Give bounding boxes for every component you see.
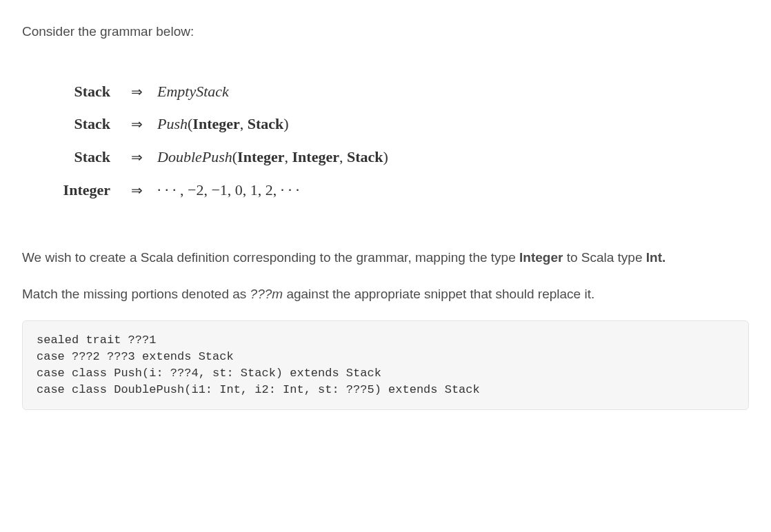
grammar-arrow: ⇒ <box>121 176 152 206</box>
comma: , <box>339 148 347 165</box>
paragraph-match: Match the missing portions denoted as ??… <box>22 285 749 305</box>
intro-text: Consider the grammar below: <box>22 22 749 42</box>
text: We wish to create a Scala definition cor… <box>22 250 519 265</box>
term-stack: Stack <box>347 148 383 165</box>
comma: , <box>285 148 292 165</box>
grammar-row: Integer ⇒ · · · , −2, −1, 0, 1, 2, · · · <box>41 174 749 207</box>
bold-integer: Integer <box>519 250 563 265</box>
term-doublepush: DoublePush <box>157 148 232 165</box>
text: to Scala type <box>563 250 645 265</box>
placeholder-em: ???m <box>250 287 283 301</box>
comma: , <box>240 115 248 132</box>
grammar-row: Stack ⇒ EmptyStack <box>41 75 749 108</box>
grammar-lhs: Stack <box>41 75 121 108</box>
code-block: sealed trait ???1 case ???2 ???3 extends… <box>22 320 749 409</box>
paren-close: ) <box>283 115 288 132</box>
term-integer: Integer <box>292 148 339 165</box>
grammar-row: Stack ⇒ Push(Integer, Stack) <box>41 108 749 141</box>
paren-open: ( <box>232 148 237 165</box>
grammar-rhs-integers: · · · , −2, −1, 0, 1, 2, · · · <box>152 174 299 207</box>
bold-int: Int. <box>646 250 666 265</box>
text: Match the missing portions denoted as <box>22 287 250 301</box>
grammar-lhs: Stack <box>41 141 121 174</box>
grammar-arrow: ⇒ <box>121 143 152 173</box>
grammar-arrow: ⇒ <box>121 110 152 140</box>
paren-close: ) <box>383 148 388 165</box>
paragraph-mapping: We wish to create a Scala definition cor… <box>22 248 749 268</box>
text: against the appropriate snippet that sho… <box>283 287 594 301</box>
grammar-lhs: Stack <box>41 108 121 141</box>
grammar-block: Stack ⇒ EmptyStack Stack ⇒ Push(Integer,… <box>41 75 749 207</box>
grammar-rhs-emptystack: EmptyStack <box>152 75 229 108</box>
term-emptystack: EmptyStack <box>157 83 229 100</box>
integers-sequence: · · · , −2, −1, 0, 1, 2, · · · <box>157 181 299 198</box>
term-integer: Integer <box>237 148 284 165</box>
term-integer: Integer <box>192 115 239 132</box>
term-push: Push <box>157 115 188 132</box>
grammar-row: Stack ⇒ DoublePush(Integer, Integer, Sta… <box>41 141 749 174</box>
grammar-arrow: ⇒ <box>121 77 152 108</box>
grammar-rhs-push: Push(Integer, Stack) <box>152 108 289 141</box>
term-stack: Stack <box>248 115 284 132</box>
grammar-rhs-doublepush: DoublePush(Integer, Integer, Stack) <box>152 141 388 174</box>
grammar-lhs: Integer <box>41 174 121 207</box>
